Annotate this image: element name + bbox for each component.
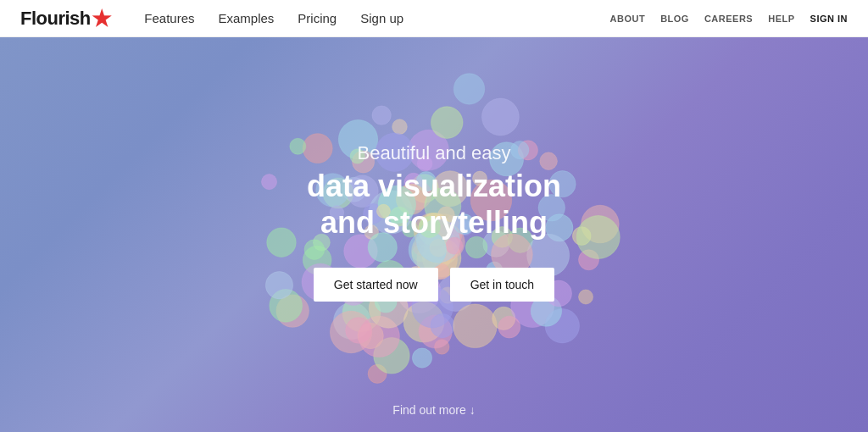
nav-about[interactable]: About [610,14,646,24]
hero-title: data visualization and storytelling [307,168,561,241]
nav-careers[interactable]: Careers [704,14,753,24]
logo-dot: ★ [92,8,111,30]
hero-subtitle: Beautiful and easy [357,142,510,164]
hero-title-line2: and storytelling [320,205,548,240]
nav-examples[interactable]: Examples [218,11,274,25]
nav-features[interactable]: Features [144,11,194,25]
get-in-touch-button[interactable]: Get in touch [450,268,555,302]
hero-content: Beautiful and easy data visualization an… [0,37,868,432]
nav-blog[interactable]: Blog [660,14,689,24]
navbar: Flourish★ Features Examples Pricing Sign… [0,0,868,37]
hero-title-line1: data visualization [307,169,561,203]
logo-text: Flourish [20,8,91,30]
nav-secondary: About Blog Careers Help Sign in [610,14,848,24]
hero-section: Beautiful and easy data visualization an… [0,37,868,432]
logo[interactable]: Flourish★ [20,8,110,30]
nav-help[interactable]: Help [768,14,794,24]
hero-buttons: Get started now Get in touch [314,268,554,302]
find-out-more-link[interactable]: Find out more ↓ [392,403,475,417]
nav-signin[interactable]: Sign in [810,14,848,24]
get-started-button[interactable]: Get started now [314,268,438,302]
nav-pricing[interactable]: Pricing [298,11,337,25]
nav-signup[interactable]: Sign up [360,11,403,25]
nav-primary: Features Examples Pricing Sign up [144,11,609,25]
